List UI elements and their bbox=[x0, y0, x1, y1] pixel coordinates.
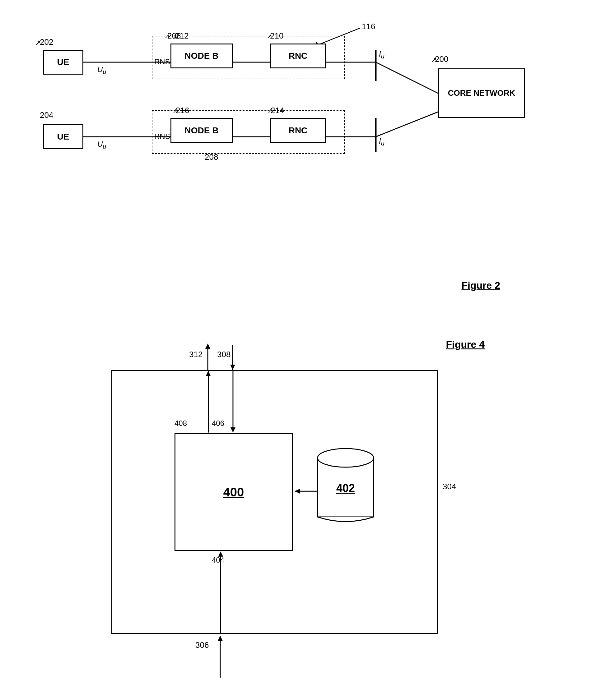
nodeb2-label: NODE B bbox=[185, 126, 219, 135]
core-network-box: CORE NETWORK bbox=[438, 69, 525, 118]
rnc1-label: RNC bbox=[289, 51, 308, 61]
label-400: 400 bbox=[223, 485, 244, 499]
cylinder-402: 402 bbox=[315, 442, 377, 529]
svg-marker-13 bbox=[230, 427, 235, 433]
ref-206-arrow: ↗ bbox=[164, 33, 170, 40]
ref-408: 408 bbox=[174, 419, 187, 428]
nodeb2-box: NODE B bbox=[171, 118, 233, 143]
figure2-diagram: UE UE NODE B NODE B RNC bbox=[33, 19, 563, 274]
figure2-container: UE UE NODE B NODE B RNC bbox=[33, 19, 563, 314]
svg-marker-15 bbox=[206, 371, 211, 376]
ref-214-arrow: ↗ bbox=[268, 107, 273, 115]
fig4-outer-box: 400 402 406 408 bbox=[111, 370, 438, 634]
rnc1-box: RNC bbox=[270, 44, 326, 69]
ref-304: 304 bbox=[443, 482, 456, 491]
rnc2-box: RNC bbox=[270, 118, 326, 143]
figure4-container: 400 402 406 408 bbox=[80, 339, 516, 681]
ref-210-arrow: ↗ bbox=[267, 33, 272, 40]
rns2-label: RNS bbox=[154, 132, 170, 141]
ref-202-arrow: ↗ bbox=[35, 39, 41, 47]
ref-404: 404 bbox=[212, 556, 224, 565]
iu1-label: Iu bbox=[379, 50, 384, 60]
ref-200: 200 bbox=[435, 54, 448, 64]
rns1-label: RNS bbox=[154, 57, 170, 66]
ref-312: 312 bbox=[189, 350, 202, 359]
ue1-label: UE bbox=[57, 57, 69, 67]
ref-308: 308 bbox=[217, 350, 230, 359]
iu2-label: Iu bbox=[379, 137, 384, 147]
core-network-label: CORE NETWORK bbox=[448, 88, 516, 99]
ref-208: 208 bbox=[205, 152, 218, 162]
ref-116: 116 bbox=[362, 22, 375, 31]
svg-line-4 bbox=[376, 62, 438, 93]
svg-line-9 bbox=[376, 112, 438, 137]
ue2-box: UE bbox=[43, 124, 83, 149]
ref-216-arrow: ↗ bbox=[173, 107, 178, 115]
uu2-label: Uu bbox=[97, 140, 106, 150]
ref-202: 202 bbox=[40, 37, 53, 47]
svg-marker-27 bbox=[230, 365, 235, 370]
svg-point-22 bbox=[318, 448, 374, 467]
uu1-label: Uu bbox=[97, 65, 106, 76]
figure4-caption: Figure 4 bbox=[80, 339, 516, 350]
ue1-box: UE bbox=[43, 50, 83, 75]
ref-406: 406 bbox=[212, 419, 224, 428]
ref-212-arrow: ↗ bbox=[172, 33, 177, 41]
ref-306: 306 bbox=[195, 640, 209, 650]
svg-marker-29 bbox=[218, 636, 223, 641]
figure2-caption: Figure 2 bbox=[33, 280, 563, 291]
ref-200-arrow: ↗ bbox=[431, 56, 437, 64]
nodeb1-box: NODE B bbox=[171, 44, 233, 69]
ref-204: 204 bbox=[40, 110, 53, 120]
svg-marker-19 bbox=[295, 489, 300, 494]
nodeb1-label: NODE B bbox=[185, 51, 219, 61]
rnc2-label: RNC bbox=[289, 126, 308, 135]
fig4-inner-box-400: 400 bbox=[174, 433, 293, 551]
svg-text:402: 402 bbox=[336, 482, 355, 495]
ue2-label: UE bbox=[57, 132, 69, 142]
